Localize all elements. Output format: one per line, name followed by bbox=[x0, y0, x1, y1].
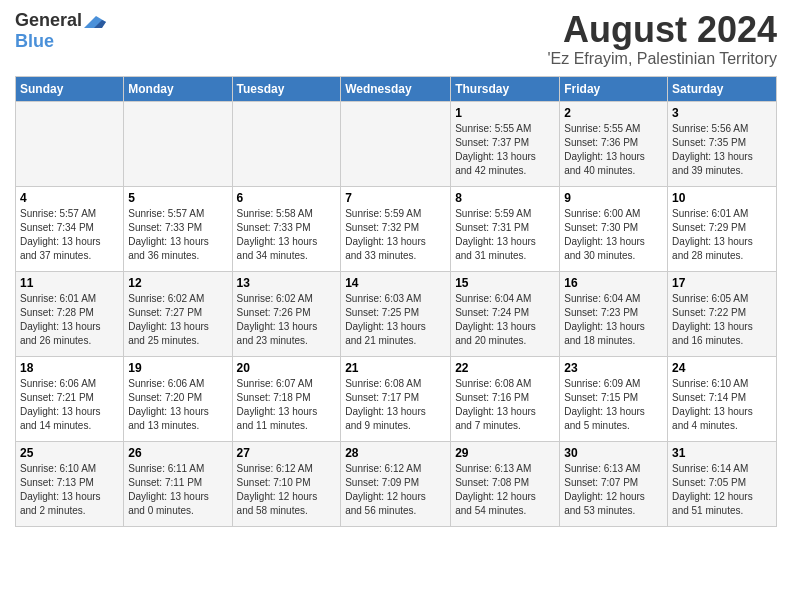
day-number: 16 bbox=[564, 276, 663, 290]
logo: General Blue bbox=[15, 10, 106, 52]
calendar-week-row: 11Sunrise: 6:01 AM Sunset: 7:28 PM Dayli… bbox=[16, 271, 777, 356]
table-row: 7Sunrise: 5:59 AM Sunset: 7:32 PM Daylig… bbox=[341, 186, 451, 271]
table-row: 11Sunrise: 6:01 AM Sunset: 7:28 PM Dayli… bbox=[16, 271, 124, 356]
day-number: 20 bbox=[237, 361, 337, 375]
table-row: 1Sunrise: 5:55 AM Sunset: 7:37 PM Daylig… bbox=[451, 101, 560, 186]
month-year-title: August 2024 bbox=[548, 10, 778, 50]
day-info: Sunrise: 6:02 AM Sunset: 7:27 PM Dayligh… bbox=[128, 292, 227, 348]
day-number: 19 bbox=[128, 361, 227, 375]
table-row: 2Sunrise: 5:55 AM Sunset: 7:36 PM Daylig… bbox=[560, 101, 668, 186]
table-row: 3Sunrise: 5:56 AM Sunset: 7:35 PM Daylig… bbox=[668, 101, 777, 186]
day-info: Sunrise: 6:12 AM Sunset: 7:09 PM Dayligh… bbox=[345, 462, 446, 518]
table-row: 14Sunrise: 6:03 AM Sunset: 7:25 PM Dayli… bbox=[341, 271, 451, 356]
day-number: 14 bbox=[345, 276, 446, 290]
day-number: 8 bbox=[455, 191, 555, 205]
day-info: Sunrise: 5:58 AM Sunset: 7:33 PM Dayligh… bbox=[237, 207, 337, 263]
table-row: 20Sunrise: 6:07 AM Sunset: 7:18 PM Dayli… bbox=[232, 356, 341, 441]
col-tuesday: Tuesday bbox=[232, 76, 341, 101]
day-info: Sunrise: 6:05 AM Sunset: 7:22 PM Dayligh… bbox=[672, 292, 772, 348]
table-row: 17Sunrise: 6:05 AM Sunset: 7:22 PM Dayli… bbox=[668, 271, 777, 356]
table-row: 4Sunrise: 5:57 AM Sunset: 7:34 PM Daylig… bbox=[16, 186, 124, 271]
day-info: Sunrise: 6:12 AM Sunset: 7:10 PM Dayligh… bbox=[237, 462, 337, 518]
calendar-table: Sunday Monday Tuesday Wednesday Thursday… bbox=[15, 76, 777, 527]
day-info: Sunrise: 6:06 AM Sunset: 7:20 PM Dayligh… bbox=[128, 377, 227, 433]
table-row: 10Sunrise: 6:01 AM Sunset: 7:29 PM Dayli… bbox=[668, 186, 777, 271]
table-row: 31Sunrise: 6:14 AM Sunset: 7:05 PM Dayli… bbox=[668, 441, 777, 526]
day-info: Sunrise: 6:04 AM Sunset: 7:23 PM Dayligh… bbox=[564, 292, 663, 348]
table-row: 5Sunrise: 5:57 AM Sunset: 7:33 PM Daylig… bbox=[124, 186, 232, 271]
title-block: August 2024 'Ez Efrayim, Palestinian Ter… bbox=[548, 10, 778, 68]
table-row bbox=[16, 101, 124, 186]
day-number: 24 bbox=[672, 361, 772, 375]
logo-icon bbox=[84, 14, 106, 30]
table-row: 16Sunrise: 6:04 AM Sunset: 7:23 PM Dayli… bbox=[560, 271, 668, 356]
day-number: 17 bbox=[672, 276, 772, 290]
day-info: Sunrise: 6:02 AM Sunset: 7:26 PM Dayligh… bbox=[237, 292, 337, 348]
day-info: Sunrise: 6:10 AM Sunset: 7:14 PM Dayligh… bbox=[672, 377, 772, 433]
table-row bbox=[232, 101, 341, 186]
day-info: Sunrise: 5:56 AM Sunset: 7:35 PM Dayligh… bbox=[672, 122, 772, 178]
day-info: Sunrise: 6:13 AM Sunset: 7:08 PM Dayligh… bbox=[455, 462, 555, 518]
table-row: 30Sunrise: 6:13 AM Sunset: 7:07 PM Dayli… bbox=[560, 441, 668, 526]
location-subtitle: 'Ez Efrayim, Palestinian Territory bbox=[548, 50, 778, 68]
day-number: 9 bbox=[564, 191, 663, 205]
table-row: 23Sunrise: 6:09 AM Sunset: 7:15 PM Dayli… bbox=[560, 356, 668, 441]
table-row bbox=[124, 101, 232, 186]
day-number: 31 bbox=[672, 446, 772, 460]
table-row: 21Sunrise: 6:08 AM Sunset: 7:17 PM Dayli… bbox=[341, 356, 451, 441]
table-row: 19Sunrise: 6:06 AM Sunset: 7:20 PM Dayli… bbox=[124, 356, 232, 441]
table-row: 26Sunrise: 6:11 AM Sunset: 7:11 PM Dayli… bbox=[124, 441, 232, 526]
day-info: Sunrise: 6:07 AM Sunset: 7:18 PM Dayligh… bbox=[237, 377, 337, 433]
calendar-week-row: 4Sunrise: 5:57 AM Sunset: 7:34 PM Daylig… bbox=[16, 186, 777, 271]
day-info: Sunrise: 6:14 AM Sunset: 7:05 PM Dayligh… bbox=[672, 462, 772, 518]
calendar-header-row: Sunday Monday Tuesday Wednesday Thursday… bbox=[16, 76, 777, 101]
col-sunday: Sunday bbox=[16, 76, 124, 101]
day-info: Sunrise: 5:55 AM Sunset: 7:37 PM Dayligh… bbox=[455, 122, 555, 178]
day-info: Sunrise: 5:57 AM Sunset: 7:33 PM Dayligh… bbox=[128, 207, 227, 263]
day-number: 28 bbox=[345, 446, 446, 460]
day-number: 27 bbox=[237, 446, 337, 460]
day-number: 15 bbox=[455, 276, 555, 290]
day-info: Sunrise: 5:57 AM Sunset: 7:34 PM Dayligh… bbox=[20, 207, 119, 263]
day-info: Sunrise: 6:08 AM Sunset: 7:16 PM Dayligh… bbox=[455, 377, 555, 433]
table-row: 8Sunrise: 5:59 AM Sunset: 7:31 PM Daylig… bbox=[451, 186, 560, 271]
day-info: Sunrise: 6:01 AM Sunset: 7:29 PM Dayligh… bbox=[672, 207, 772, 263]
day-number: 13 bbox=[237, 276, 337, 290]
table-row: 13Sunrise: 6:02 AM Sunset: 7:26 PM Dayli… bbox=[232, 271, 341, 356]
day-info: Sunrise: 6:01 AM Sunset: 7:28 PM Dayligh… bbox=[20, 292, 119, 348]
table-row: 12Sunrise: 6:02 AM Sunset: 7:27 PM Dayli… bbox=[124, 271, 232, 356]
day-number: 30 bbox=[564, 446, 663, 460]
col-thursday: Thursday bbox=[451, 76, 560, 101]
calendar-week-row: 18Sunrise: 6:06 AM Sunset: 7:21 PM Dayli… bbox=[16, 356, 777, 441]
day-info: Sunrise: 6:10 AM Sunset: 7:13 PM Dayligh… bbox=[20, 462, 119, 518]
day-info: Sunrise: 5:59 AM Sunset: 7:31 PM Dayligh… bbox=[455, 207, 555, 263]
day-number: 22 bbox=[455, 361, 555, 375]
day-info: Sunrise: 6:09 AM Sunset: 7:15 PM Dayligh… bbox=[564, 377, 663, 433]
col-wednesday: Wednesday bbox=[341, 76, 451, 101]
table-row bbox=[341, 101, 451, 186]
day-info: Sunrise: 6:13 AM Sunset: 7:07 PM Dayligh… bbox=[564, 462, 663, 518]
day-number: 23 bbox=[564, 361, 663, 375]
day-number: 5 bbox=[128, 191, 227, 205]
day-number: 1 bbox=[455, 106, 555, 120]
day-info: Sunrise: 5:59 AM Sunset: 7:32 PM Dayligh… bbox=[345, 207, 446, 263]
col-monday: Monday bbox=[124, 76, 232, 101]
day-info: Sunrise: 6:11 AM Sunset: 7:11 PM Dayligh… bbox=[128, 462, 227, 518]
day-info: Sunrise: 5:55 AM Sunset: 7:36 PM Dayligh… bbox=[564, 122, 663, 178]
col-friday: Friday bbox=[560, 76, 668, 101]
day-number: 18 bbox=[20, 361, 119, 375]
page-header: General Blue August 2024 'Ez Efrayim, Pa… bbox=[15, 10, 777, 68]
day-number: 11 bbox=[20, 276, 119, 290]
day-info: Sunrise: 6:06 AM Sunset: 7:21 PM Dayligh… bbox=[20, 377, 119, 433]
table-row: 24Sunrise: 6:10 AM Sunset: 7:14 PM Dayli… bbox=[668, 356, 777, 441]
day-number: 10 bbox=[672, 191, 772, 205]
table-row: 15Sunrise: 6:04 AM Sunset: 7:24 PM Dayli… bbox=[451, 271, 560, 356]
day-number: 29 bbox=[455, 446, 555, 460]
day-info: Sunrise: 6:08 AM Sunset: 7:17 PM Dayligh… bbox=[345, 377, 446, 433]
day-info: Sunrise: 6:00 AM Sunset: 7:30 PM Dayligh… bbox=[564, 207, 663, 263]
day-info: Sunrise: 6:03 AM Sunset: 7:25 PM Dayligh… bbox=[345, 292, 446, 348]
table-row: 28Sunrise: 6:12 AM Sunset: 7:09 PM Dayli… bbox=[341, 441, 451, 526]
table-row: 9Sunrise: 6:00 AM Sunset: 7:30 PM Daylig… bbox=[560, 186, 668, 271]
table-row: 22Sunrise: 6:08 AM Sunset: 7:16 PM Dayli… bbox=[451, 356, 560, 441]
day-number: 26 bbox=[128, 446, 227, 460]
